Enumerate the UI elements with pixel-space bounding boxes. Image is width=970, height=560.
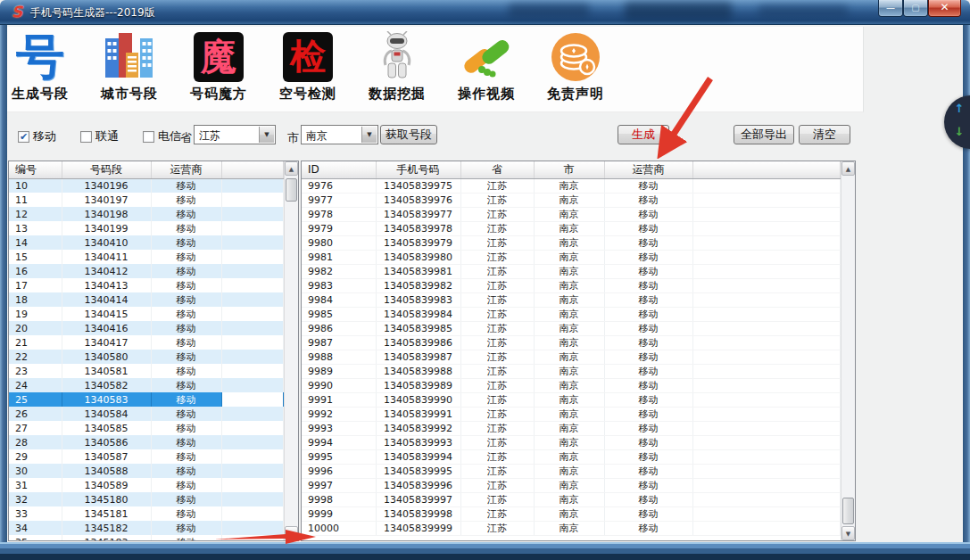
table-row[interactable]: 998713405839986江苏南京移动 <box>302 335 841 350</box>
table-row[interactable]: 151340411移动 <box>9 250 284 264</box>
table-row[interactable]: 201340416移动 <box>9 321 284 335</box>
table-row[interactable]: 998913405839988江苏南京移动 <box>302 364 841 378</box>
chevron-down-icon[interactable]: ▼ <box>361 127 377 143</box>
table-row[interactable]: 171340413移动 <box>9 278 284 292</box>
column-header[interactable]: 市 <box>534 161 604 178</box>
table-row[interactable]: 291340587移动 <box>9 449 284 464</box>
scroll-up-icon[interactable]: ▲ <box>285 161 298 176</box>
table-row[interactable]: 997713405839976江苏南京移动 <box>302 193 841 207</box>
table-row[interactable]: 999513405839994江苏南京移动 <box>302 449 841 464</box>
table-row[interactable]: 999913405839998江苏南京移动 <box>302 506 841 521</box>
column-header[interactable]: 号码段 <box>62 161 151 178</box>
table-cell: 13405839992 <box>376 421 460 435</box>
toolbar-item-disclaimer[interactable]: 免责声明 <box>531 29 620 111</box>
table-row[interactable]: 301340588移动 <box>9 464 284 478</box>
table-row[interactable]: 311340589移动 <box>9 478 284 492</box>
table-row[interactable]: 999413405839993江苏南京移动 <box>302 435 841 449</box>
toolbar-item-generate-segments[interactable]: 号 生成号段 <box>0 29 85 111</box>
table-cell <box>221 464 284 478</box>
table-cell: 13405839984 <box>376 307 460 321</box>
table-row[interactable]: 231340581移动 <box>9 364 284 378</box>
close-button[interactable]: ✕ <box>928 0 961 17</box>
segment-list-scrollbar[interactable]: ▲ ▼ <box>284 161 298 540</box>
table-row[interactable]: 341345182移动 <box>9 521 284 535</box>
table-row[interactable]: 141340410移动 <box>9 235 284 250</box>
table-row[interactable]: 1000013405839999江苏南京移动 <box>302 521 841 535</box>
table-row[interactable]: 999613405839995江苏南京移动 <box>302 464 841 478</box>
table-row[interactable]: 998213405839981江苏南京移动 <box>302 264 841 278</box>
toolbar-item-city-segments[interactable]: 城市号段 <box>85 29 174 111</box>
table-row[interactable]: 998413405839983江苏南京移动 <box>302 292 841 307</box>
scroll-up-icon[interactable]: ▲ <box>841 161 855 176</box>
province-select[interactable]: 江苏 ▼ <box>194 125 276 144</box>
scrollbar-thumb[interactable] <box>286 178 297 202</box>
titlebar: S 手机号码生成器---2019版 — ▢ ✕ <box>0 0 970 25</box>
table-row[interactable]: 271340585移动 <box>9 421 284 435</box>
toolbar-item-tutorial-video[interactable]: 操作视频 <box>442 29 531 111</box>
table-row[interactable]: 321345180移动 <box>9 492 284 506</box>
checkbox-unicom[interactable]: ✔ 联通 <box>80 128 119 144</box>
checkbox-telecom[interactable]: ✔ 电信 <box>143 128 181 144</box>
table-row[interactable]: 211340417移动 <box>9 335 284 350</box>
table-row[interactable]: 998813405839987江苏南京移动 <box>302 350 841 364</box>
table-row[interactable]: 997913405839978江苏南京移动 <box>302 221 841 235</box>
table-row[interactable]: 111340197移动 <box>9 193 284 207</box>
table-row[interactable]: 998313405839982江苏南京移动 <box>302 278 841 292</box>
toolbar-item-number-cube[interactable]: 魔 号码魔方 <box>174 29 263 111</box>
table-row[interactable]: 251340583移动 <box>9 392 284 407</box>
table-row[interactable]: 351345183移动 <box>9 535 284 540</box>
generate-button[interactable]: 生成 <box>618 125 669 144</box>
column-header[interactable]: 运营商 <box>604 161 692 178</box>
table-row[interactable]: 999813405839997江苏南京移动 <box>302 492 841 506</box>
table-row[interactable]: 997813405839977江苏南京移动 <box>302 207 841 221</box>
table-cell <box>692 178 841 193</box>
scroll-to-bottom-icon[interactable]: ↓ <box>952 125 966 139</box>
clear-button[interactable]: 清空 <box>799 125 850 144</box>
table-row[interactable]: 998113405839980江苏南京移动 <box>302 250 841 264</box>
scroll-down-icon[interactable]: ▼ <box>285 526 298 540</box>
table-row[interactable]: 999313405839992江苏南京移动 <box>302 421 841 435</box>
city-select[interactable]: 南京 ▼ <box>301 125 378 144</box>
table-row[interactable]: 999213405839991江苏南京移动 <box>302 407 841 421</box>
scrollbar-thumb[interactable] <box>842 498 854 524</box>
table-row[interactable]: 221340580移动 <box>9 350 284 364</box>
table-row[interactable]: 261340584移动 <box>9 407 284 421</box>
scroll-to-top-icon[interactable]: ↑ <box>952 102 966 116</box>
table-row[interactable]: 191340415移动 <box>9 307 284 321</box>
table-cell: 9991 <box>302 392 376 407</box>
number-list-scrollbar[interactable]: ▲ ▼ <box>841 161 855 540</box>
table-row[interactable]: 998013405839979江苏南京移动 <box>302 235 841 250</box>
maximize-button[interactable]: ▢ <box>903 0 928 17</box>
minimize-button[interactable]: — <box>878 0 903 17</box>
fetch-segments-button[interactable]: 获取号段 <box>380 125 437 144</box>
column-header[interactable]: 省 <box>460 161 534 178</box>
column-header[interactable]: ID <box>302 161 376 178</box>
table-row[interactable]: 998513405839984江苏南京移动 <box>302 307 841 321</box>
chevron-down-icon[interactable]: ▼ <box>259 127 274 143</box>
table-row[interactable]: 999713405839996江苏南京移动 <box>302 478 841 492</box>
table-row[interactable]: 241340582移动 <box>9 378 284 392</box>
table-row[interactable]: 331345181移动 <box>9 506 284 521</box>
table-row[interactable]: 161340412移动 <box>9 264 284 278</box>
table-row[interactable]: 999113405839990江苏南京移动 <box>302 392 841 407</box>
table-row[interactable]: 997613405839975江苏南京移动 <box>302 178 841 193</box>
column-header[interactable] <box>692 161 841 178</box>
column-header[interactable]: 运营商 <box>151 161 221 178</box>
table-row[interactable]: 121340198移动 <box>9 207 284 221</box>
table-cell: 移动 <box>151 278 221 292</box>
table-row[interactable]: 101340196移动 <box>9 178 284 193</box>
scroll-down-icon[interactable]: ▼ <box>841 526 855 540</box>
table-row[interactable]: 999013405839989江苏南京移动 <box>302 378 841 392</box>
column-header[interactable] <box>221 161 284 178</box>
column-header[interactable]: 编号 <box>9 161 62 178</box>
checkbox-mobile[interactable]: ✔ 移动 <box>18 128 56 144</box>
toolbar-item-data-mining[interactable]: 数据挖掘 <box>352 29 442 111</box>
export-all-button[interactable]: 全部导出 <box>734 125 794 144</box>
table-row[interactable]: 998613405839985江苏南京移动 <box>302 321 841 335</box>
column-header[interactable]: 手机号码 <box>376 161 460 178</box>
table-row[interactable]: 131340199移动 <box>9 221 284 235</box>
table-row[interactable]: 181340414移动 <box>9 292 284 307</box>
table-cell: 南京 <box>534 506 604 521</box>
table-row[interactable]: 281340586移动 <box>9 435 284 449</box>
toolbar-item-empty-number-check[interactable]: 检 空号检测 <box>263 29 352 111</box>
